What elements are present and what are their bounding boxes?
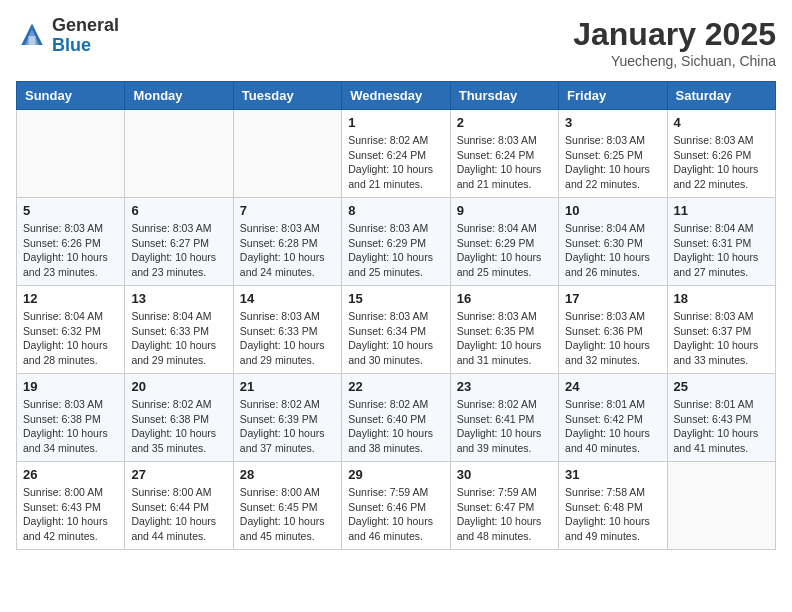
calendar-cell: 20Sunrise: 8:02 AM Sunset: 6:38 PM Dayli…: [125, 374, 233, 462]
day-number: 7: [240, 203, 335, 218]
day-info: Sunrise: 8:03 AM Sunset: 6:36 PM Dayligh…: [565, 309, 660, 368]
calendar-cell: 16Sunrise: 8:03 AM Sunset: 6:35 PM Dayli…: [450, 286, 558, 374]
day-info: Sunrise: 8:03 AM Sunset: 6:29 PM Dayligh…: [348, 221, 443, 280]
calendar-week-1: 1Sunrise: 8:02 AM Sunset: 6:24 PM Daylig…: [17, 110, 776, 198]
day-info: Sunrise: 8:04 AM Sunset: 6:29 PM Dayligh…: [457, 221, 552, 280]
day-info: Sunrise: 8:04 AM Sunset: 6:32 PM Dayligh…: [23, 309, 118, 368]
logo-blue: Blue: [52, 35, 91, 55]
day-info: Sunrise: 8:03 AM Sunset: 6:34 PM Dayligh…: [348, 309, 443, 368]
calendar-cell: 31Sunrise: 7:58 AM Sunset: 6:48 PM Dayli…: [559, 462, 667, 550]
day-info: Sunrise: 7:59 AM Sunset: 6:47 PM Dayligh…: [457, 485, 552, 544]
calendar-cell: [667, 462, 775, 550]
day-number: 4: [674, 115, 769, 130]
calendar-cell: 17Sunrise: 8:03 AM Sunset: 6:36 PM Dayli…: [559, 286, 667, 374]
calendar-cell: 5Sunrise: 8:03 AM Sunset: 6:26 PM Daylig…: [17, 198, 125, 286]
calendar-cell: 10Sunrise: 8:04 AM Sunset: 6:30 PM Dayli…: [559, 198, 667, 286]
logo-general: General: [52, 15, 119, 35]
title-block: January 2025 Yuecheng, Sichuan, China: [573, 16, 776, 69]
day-number: 23: [457, 379, 552, 394]
calendar-cell: 8Sunrise: 8:03 AM Sunset: 6:29 PM Daylig…: [342, 198, 450, 286]
day-info: Sunrise: 8:03 AM Sunset: 6:38 PM Dayligh…: [23, 397, 118, 456]
day-number: 19: [23, 379, 118, 394]
calendar-cell: 27Sunrise: 8:00 AM Sunset: 6:44 PM Dayli…: [125, 462, 233, 550]
calendar-cell: 21Sunrise: 8:02 AM Sunset: 6:39 PM Dayli…: [233, 374, 341, 462]
day-number: 20: [131, 379, 226, 394]
day-number: 18: [674, 291, 769, 306]
calendar-cell: 6Sunrise: 8:03 AM Sunset: 6:27 PM Daylig…: [125, 198, 233, 286]
logo-icon: [16, 20, 48, 52]
day-info: Sunrise: 8:01 AM Sunset: 6:42 PM Dayligh…: [565, 397, 660, 456]
day-number: 21: [240, 379, 335, 394]
weekday-header-row: SundayMondayTuesdayWednesdayThursdayFrid…: [17, 82, 776, 110]
weekday-header-wednesday: Wednesday: [342, 82, 450, 110]
logo: General Blue: [16, 16, 119, 56]
calendar-cell: 13Sunrise: 8:04 AM Sunset: 6:33 PM Dayli…: [125, 286, 233, 374]
calendar-week-3: 12Sunrise: 8:04 AM Sunset: 6:32 PM Dayli…: [17, 286, 776, 374]
day-number: 31: [565, 467, 660, 482]
svg-rect-2: [28, 36, 35, 45]
day-info: Sunrise: 8:03 AM Sunset: 6:35 PM Dayligh…: [457, 309, 552, 368]
weekday-header-friday: Friday: [559, 82, 667, 110]
day-number: 29: [348, 467, 443, 482]
day-number: 14: [240, 291, 335, 306]
calendar-cell: 25Sunrise: 8:01 AM Sunset: 6:43 PM Dayli…: [667, 374, 775, 462]
day-info: Sunrise: 8:00 AM Sunset: 6:43 PM Dayligh…: [23, 485, 118, 544]
day-info: Sunrise: 8:03 AM Sunset: 6:27 PM Dayligh…: [131, 221, 226, 280]
calendar-cell: 23Sunrise: 8:02 AM Sunset: 6:41 PM Dayli…: [450, 374, 558, 462]
page-header: General Blue January 2025 Yuecheng, Sich…: [16, 16, 776, 69]
calendar-cell: [125, 110, 233, 198]
day-info: Sunrise: 8:02 AM Sunset: 6:24 PM Dayligh…: [348, 133, 443, 192]
calendar-cell: 22Sunrise: 8:02 AM Sunset: 6:40 PM Dayli…: [342, 374, 450, 462]
calendar-cell: [17, 110, 125, 198]
day-info: Sunrise: 8:02 AM Sunset: 6:40 PM Dayligh…: [348, 397, 443, 456]
day-info: Sunrise: 8:00 AM Sunset: 6:45 PM Dayligh…: [240, 485, 335, 544]
day-info: Sunrise: 8:02 AM Sunset: 6:41 PM Dayligh…: [457, 397, 552, 456]
day-info: Sunrise: 8:03 AM Sunset: 6:26 PM Dayligh…: [674, 133, 769, 192]
calendar-cell: 11Sunrise: 8:04 AM Sunset: 6:31 PM Dayli…: [667, 198, 775, 286]
calendar-cell: 28Sunrise: 8:00 AM Sunset: 6:45 PM Dayli…: [233, 462, 341, 550]
calendar-cell: 12Sunrise: 8:04 AM Sunset: 6:32 PM Dayli…: [17, 286, 125, 374]
day-number: 22: [348, 379, 443, 394]
day-info: Sunrise: 8:03 AM Sunset: 6:24 PM Dayligh…: [457, 133, 552, 192]
day-number: 30: [457, 467, 552, 482]
calendar-cell: 29Sunrise: 7:59 AM Sunset: 6:46 PM Dayli…: [342, 462, 450, 550]
day-info: Sunrise: 8:03 AM Sunset: 6:33 PM Dayligh…: [240, 309, 335, 368]
day-info: Sunrise: 8:04 AM Sunset: 6:33 PM Dayligh…: [131, 309, 226, 368]
day-number: 12: [23, 291, 118, 306]
day-number: 28: [240, 467, 335, 482]
calendar-week-2: 5Sunrise: 8:03 AM Sunset: 6:26 PM Daylig…: [17, 198, 776, 286]
day-info: Sunrise: 8:03 AM Sunset: 6:26 PM Dayligh…: [23, 221, 118, 280]
calendar-cell: 15Sunrise: 8:03 AM Sunset: 6:34 PM Dayli…: [342, 286, 450, 374]
logo-text: General Blue: [52, 16, 119, 56]
day-number: 26: [23, 467, 118, 482]
calendar-cell: 4Sunrise: 8:03 AM Sunset: 6:26 PM Daylig…: [667, 110, 775, 198]
day-number: 24: [565, 379, 660, 394]
day-number: 27: [131, 467, 226, 482]
day-number: 5: [23, 203, 118, 218]
month-title: January 2025: [573, 16, 776, 53]
day-number: 10: [565, 203, 660, 218]
day-number: 3: [565, 115, 660, 130]
day-number: 6: [131, 203, 226, 218]
day-number: 13: [131, 291, 226, 306]
weekday-header-sunday: Sunday: [17, 82, 125, 110]
day-number: 2: [457, 115, 552, 130]
calendar-cell: 14Sunrise: 8:03 AM Sunset: 6:33 PM Dayli…: [233, 286, 341, 374]
day-info: Sunrise: 8:04 AM Sunset: 6:31 PM Dayligh…: [674, 221, 769, 280]
calendar-cell: 9Sunrise: 8:04 AM Sunset: 6:29 PM Daylig…: [450, 198, 558, 286]
calendar-week-4: 19Sunrise: 8:03 AM Sunset: 6:38 PM Dayli…: [17, 374, 776, 462]
calendar-cell: 2Sunrise: 8:03 AM Sunset: 6:24 PM Daylig…: [450, 110, 558, 198]
day-number: 8: [348, 203, 443, 218]
calendar-cell: 24Sunrise: 8:01 AM Sunset: 6:42 PM Dayli…: [559, 374, 667, 462]
weekday-header-thursday: Thursday: [450, 82, 558, 110]
day-number: 1: [348, 115, 443, 130]
calendar-cell: 30Sunrise: 7:59 AM Sunset: 6:47 PM Dayli…: [450, 462, 558, 550]
day-number: 25: [674, 379, 769, 394]
day-number: 16: [457, 291, 552, 306]
calendar-cell: 26Sunrise: 8:00 AM Sunset: 6:43 PM Dayli…: [17, 462, 125, 550]
day-info: Sunrise: 7:58 AM Sunset: 6:48 PM Dayligh…: [565, 485, 660, 544]
calendar-cell: 18Sunrise: 8:03 AM Sunset: 6:37 PM Dayli…: [667, 286, 775, 374]
day-info: Sunrise: 8:01 AM Sunset: 6:43 PM Dayligh…: [674, 397, 769, 456]
weekday-header-monday: Monday: [125, 82, 233, 110]
day-number: 9: [457, 203, 552, 218]
